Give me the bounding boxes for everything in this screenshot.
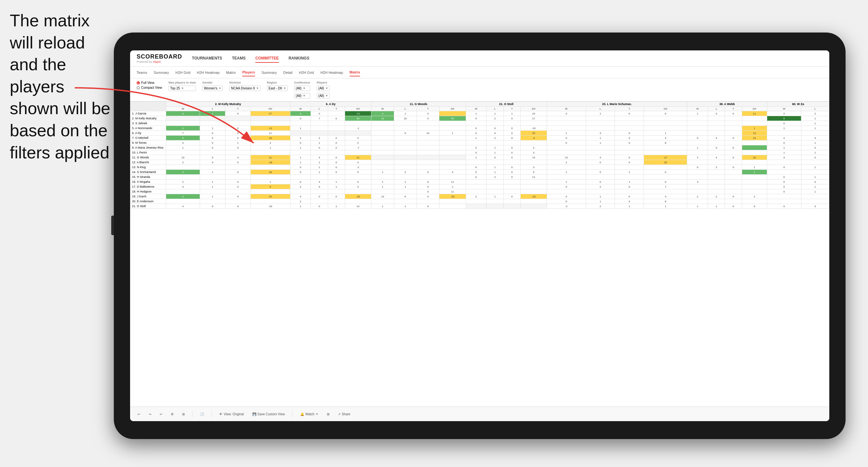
table-row: 1. J Garcia 31027 30-11 410 11110 0106 1… xyxy=(130,111,829,116)
players-select2[interactable]: (All) ▼ xyxy=(317,93,330,98)
full-view-radio[interactable]: Full View xyxy=(136,81,162,85)
region-select[interactable]: East - DII ▼ xyxy=(267,86,288,91)
division-group: Division NCAA Division II ▼ xyxy=(229,81,260,91)
save-custom-button[interactable]: 💾 Save Custom View xyxy=(250,411,287,417)
wlt-w5: W xyxy=(547,107,586,111)
col-header-21: 21. O Stoll xyxy=(466,102,547,107)
table-row: 18. H Hodgson 011 01 xyxy=(130,189,829,194)
redo-button[interactable]: ↪ xyxy=(146,411,154,417)
wlt-l4: L xyxy=(487,107,503,111)
sub-nav-h2h-grid[interactable]: H2H Grid xyxy=(175,69,190,76)
sub-nav-summary[interactable]: Summary xyxy=(154,69,169,76)
sub-nav-matrix[interactable]: Matrix xyxy=(226,69,236,76)
full-view-radio-dot xyxy=(136,81,140,85)
share-button[interactable]: ↗ Share xyxy=(335,411,353,417)
player-name-11: 11. G Woods xyxy=(130,155,166,160)
player-name-6: 6. A Dy xyxy=(130,131,166,135)
gender-chevron: ▼ xyxy=(219,87,221,90)
settings-button[interactable]: ⚙ xyxy=(168,411,176,417)
compact-view-radio-dot xyxy=(136,86,140,89)
annotation-text: The matrix will reload and the players s… xyxy=(10,10,114,163)
table-row: 9. A Maria Jimenez Rios 1001 100-7 0102 … xyxy=(130,145,829,150)
players-select[interactable]: (All) ▼ xyxy=(317,86,330,91)
conference-chevron2: ▼ xyxy=(303,94,305,97)
nav-teams[interactable]: TEAMS xyxy=(232,54,246,63)
filter-button[interactable]: ⊞ xyxy=(180,411,187,417)
table-row: 16. X Mcgaha 2101 0310 11011 1010 3 00 xyxy=(130,180,829,184)
player-name-17: 17. D Ballesteros xyxy=(130,184,166,189)
clock-button[interactable]: 🕐 xyxy=(197,411,207,417)
wlt-dif3: Dif xyxy=(439,107,466,111)
sub-nav-h2h-heatmap[interactable]: H2H Heatmap xyxy=(197,69,219,76)
logo-powered: Powered by clippd xyxy=(136,60,182,63)
players-label: Players xyxy=(317,81,330,84)
sub-nav-summary2[interactable]: Summary xyxy=(261,69,277,76)
gender-select[interactable]: Women's ▼ xyxy=(202,86,223,91)
player-name-8: 8. M Torres xyxy=(130,141,166,145)
player-name-2: 2. M Kelly Mulcahy xyxy=(130,116,166,121)
wlt-w4: W xyxy=(466,107,487,111)
col-header-23: 23. L Marie Schumac. xyxy=(547,102,687,107)
table-row: 10. L Perini 0103 11 xyxy=(130,150,829,155)
wlt-l1: L xyxy=(200,107,225,111)
player-col-header xyxy=(130,102,166,111)
max-players-select[interactable]: Top 25 ▼ xyxy=(168,86,196,91)
wlt-t5: T xyxy=(615,107,644,111)
eye-icon: 👁 xyxy=(219,412,222,416)
expand-button[interactable]: ⊞ xyxy=(324,411,332,417)
wlt-t3: T xyxy=(416,107,439,111)
view-original-button[interactable]: 👁 View: Original xyxy=(217,411,247,417)
division-label: Division xyxy=(229,81,260,84)
watch-button[interactable]: 🔔 Watch ▼ xyxy=(298,411,321,417)
conference-label: Conference xyxy=(294,81,310,84)
compact-view-label: Compact View xyxy=(141,86,162,89)
toolbar-separator2 xyxy=(211,411,212,417)
conference-group: Conference (All) ▼ (All) ▼ xyxy=(294,81,310,98)
sub-nav-h2h-grid2[interactable]: H2H Grid xyxy=(299,69,314,76)
watch-chevron: ▼ xyxy=(316,413,318,416)
settings-icon: ⚙ xyxy=(171,412,174,416)
nav-committee[interactable]: COMMITTEE xyxy=(255,54,279,63)
tablet-screen: SCOREBOARD Powered by clippd TOURNAMENTS… xyxy=(130,51,829,421)
nav-rankings[interactable]: RANKINGS xyxy=(288,54,309,63)
nav-items: TOURNAMENTS TEAMS COMMITTEE RANKINGS xyxy=(192,54,309,63)
conference-select2[interactable]: (All) ▼ xyxy=(294,93,310,98)
sub-nav-players[interactable]: Players xyxy=(242,69,255,76)
player-name-12: 12. A Bianchi xyxy=(130,160,166,165)
col-header-60: 60. W Za xyxy=(767,102,829,107)
nav-tournaments[interactable]: TOURNAMENTS xyxy=(192,54,222,63)
bottom-toolbar: ↩ ↪ ↩ ⚙ ⊞ 🕐 👁 View: Original xyxy=(130,406,829,421)
conference-chevron: ▼ xyxy=(303,87,305,90)
tablet-frame: SCOREBOARD Powered by clippd TOURNAMENTS… xyxy=(114,33,845,439)
tablet-side-button xyxy=(111,216,114,235)
conference-select[interactable]: (All) ▼ xyxy=(294,86,310,91)
sub-nav-matrix2[interactable]: Matrix xyxy=(350,69,360,76)
max-players-chevron: ▼ xyxy=(181,87,184,90)
wlt-l5: L xyxy=(586,107,615,111)
sub-nav-h2h-heatmap2[interactable]: H2H Heatmap xyxy=(320,69,343,76)
compact-view-radio[interactable]: Compact View xyxy=(136,86,162,89)
player-name-16: 16. X Mcgaha xyxy=(130,180,166,184)
player-name-19: 19. J Karrh xyxy=(130,194,166,199)
view-radio-group: Full View Compact View xyxy=(136,81,162,89)
sub-nav-teams[interactable]: Teams xyxy=(136,69,147,76)
wlt-l7: L xyxy=(801,107,829,111)
player-name-7: 7. O Mitchell xyxy=(130,135,166,141)
back-icon: ↩ xyxy=(160,412,162,416)
wlt-dif4: Dif xyxy=(520,107,547,111)
toolbar-separator3 xyxy=(292,411,293,417)
table-row: 17. D Ballesteros 3105 2013 1101 0207 01 xyxy=(130,184,829,189)
sub-nav-detail[interactable]: Detail xyxy=(283,69,292,76)
matrix-area[interactable]: 2. M Kelly Mulcahy 6. A Dy 11. G Woods 2… xyxy=(130,101,829,407)
table-row: 3. S Jelinek 01 xyxy=(130,121,829,126)
nav-bar: SCOREBOARD Powered by clippd TOURNAMENTS… xyxy=(130,51,829,67)
player-name-20: 20. E Andersson xyxy=(130,199,166,204)
col-header-6: 6. A Dy xyxy=(290,102,371,107)
sub-nav: Teams Summary H2H Grid H2H Heatmap Matri… xyxy=(130,67,829,79)
players-chevron: ▼ xyxy=(326,87,328,90)
back-button[interactable]: ↩ xyxy=(157,411,165,417)
filter-bar: Full View Compact View Max players in vi… xyxy=(130,79,829,101)
division-select[interactable]: NCAA Division II ▼ xyxy=(229,86,260,91)
undo-button[interactable]: ↩ xyxy=(135,411,143,417)
wlt-dif6: Dif xyxy=(742,107,767,111)
